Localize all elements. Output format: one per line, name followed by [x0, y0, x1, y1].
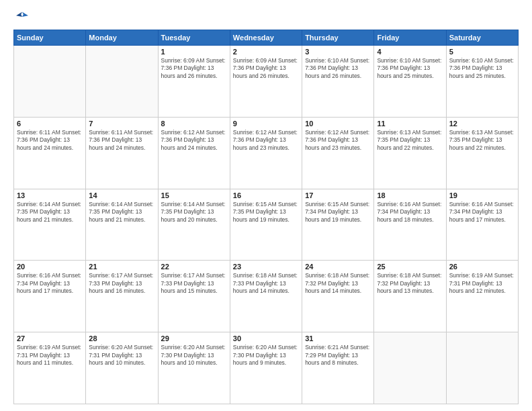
- calendar-cell: 30Sunrise: 6:20 AM Sunset: 7:30 PM Dayli…: [230, 332, 302, 404]
- day-info: Sunrise: 6:14 AM Sunset: 7:35 PM Dayligh…: [17, 201, 83, 224]
- day-info: Sunrise: 6:17 AM Sunset: 7:33 PM Dayligh…: [89, 272, 154, 295]
- calendar-cell: 4Sunrise: 6:10 AM Sunset: 7:36 PM Daylig…: [374, 46, 446, 118]
- calendar-cell: 17Sunrise: 6:15 AM Sunset: 7:34 PM Dayli…: [302, 189, 374, 261]
- day-number: 11: [377, 120, 443, 128]
- svg-marker-1: [16, 12, 22, 17]
- day-number: 1: [161, 48, 227, 56]
- header: [13, 11, 519, 23]
- day-number: 25: [377, 263, 443, 271]
- day-info: Sunrise: 6:16 AM Sunset: 7:34 PM Dayligh…: [449, 201, 515, 224]
- svg-marker-0: [22, 12, 28, 17]
- calendar-cell: 28Sunrise: 6:20 AM Sunset: 7:31 PM Dayli…: [86, 332, 158, 404]
- day-info: Sunrise: 6:13 AM Sunset: 7:35 PM Dayligh…: [377, 129, 443, 152]
- weekday-header-wednesday: Wednesday: [230, 30, 302, 46]
- day-info: Sunrise: 6:14 AM Sunset: 7:35 PM Dayligh…: [89, 201, 154, 224]
- calendar-week-row: 27Sunrise: 6:19 AM Sunset: 7:31 PM Dayli…: [14, 332, 519, 404]
- day-info: Sunrise: 6:13 AM Sunset: 7:35 PM Dayligh…: [449, 129, 515, 152]
- calendar-cell: 8Sunrise: 6:12 AM Sunset: 7:36 PM Daylig…: [158, 117, 230, 189]
- day-number: 6: [17, 120, 83, 128]
- logo: [13, 11, 28, 23]
- day-number: 9: [233, 120, 299, 128]
- day-info: Sunrise: 6:11 AM Sunset: 7:36 PM Dayligh…: [89, 129, 154, 152]
- day-number: 14: [89, 191, 154, 199]
- calendar-week-row: 13Sunrise: 6:14 AM Sunset: 7:35 PM Dayli…: [14, 189, 519, 261]
- calendar-cell: 27Sunrise: 6:19 AM Sunset: 7:31 PM Dayli…: [14, 332, 86, 404]
- calendar-cell: 9Sunrise: 6:12 AM Sunset: 7:36 PM Daylig…: [230, 117, 302, 189]
- weekday-header-sunday: Sunday: [14, 30, 86, 46]
- calendar-week-row: 6Sunrise: 6:11 AM Sunset: 7:36 PM Daylig…: [14, 117, 519, 189]
- day-info: Sunrise: 6:18 AM Sunset: 7:32 PM Dayligh…: [305, 272, 371, 295]
- weekday-header-tuesday: Tuesday: [158, 30, 230, 46]
- weekday-header-row: SundayMondayTuesdayWednesdayThursdayFrid…: [14, 30, 519, 46]
- day-number: 16: [233, 191, 299, 199]
- day-number: 18: [377, 191, 443, 199]
- day-number: 28: [89, 334, 154, 342]
- day-info: Sunrise: 6:20 AM Sunset: 7:30 PM Dayligh…: [161, 344, 227, 367]
- day-info: Sunrise: 6:17 AM Sunset: 7:33 PM Dayligh…: [161, 272, 227, 295]
- day-number: 2: [233, 48, 299, 56]
- day-info: Sunrise: 6:12 AM Sunset: 7:36 PM Dayligh…: [305, 129, 371, 152]
- day-info: Sunrise: 6:16 AM Sunset: 7:34 PM Dayligh…: [377, 201, 443, 224]
- calendar-cell: 29Sunrise: 6:20 AM Sunset: 7:30 PM Dayli…: [158, 332, 230, 404]
- day-info: Sunrise: 6:15 AM Sunset: 7:34 PM Dayligh…: [305, 201, 371, 224]
- day-number: 31: [305, 334, 371, 342]
- weekday-header-thursday: Thursday: [302, 30, 374, 46]
- day-info: Sunrise: 6:10 AM Sunset: 7:36 PM Dayligh…: [377, 57, 443, 80]
- day-info: Sunrise: 6:09 AM Sunset: 7:36 PM Dayligh…: [233, 57, 299, 80]
- day-number: 19: [449, 191, 515, 199]
- day-info: Sunrise: 6:20 AM Sunset: 7:30 PM Dayligh…: [233, 344, 299, 367]
- day-number: 15: [161, 191, 227, 199]
- day-number: 12: [449, 120, 515, 128]
- day-info: Sunrise: 6:20 AM Sunset: 7:31 PM Dayligh…: [89, 344, 154, 367]
- day-number: 10: [305, 120, 371, 128]
- calendar-cell: 5Sunrise: 6:10 AM Sunset: 7:36 PM Daylig…: [446, 46, 518, 118]
- calendar-cell: 1Sunrise: 6:09 AM Sunset: 7:36 PM Daylig…: [158, 46, 230, 118]
- day-number: 20: [17, 263, 83, 271]
- calendar-cell: 23Sunrise: 6:18 AM Sunset: 7:33 PM Dayli…: [230, 261, 302, 332]
- calendar-cell: 2Sunrise: 6:09 AM Sunset: 7:36 PM Daylig…: [230, 46, 302, 118]
- calendar-body: 1Sunrise: 6:09 AM Sunset: 7:36 PM Daylig…: [14, 46, 519, 404]
- calendar-cell: 19Sunrise: 6:16 AM Sunset: 7:34 PM Dayli…: [446, 189, 518, 261]
- day-number: 21: [89, 263, 154, 271]
- calendar-week-row: 20Sunrise: 6:16 AM Sunset: 7:34 PM Dayli…: [14, 261, 519, 332]
- day-info: Sunrise: 6:19 AM Sunset: 7:31 PM Dayligh…: [17, 344, 83, 367]
- day-info: Sunrise: 6:15 AM Sunset: 7:35 PM Dayligh…: [233, 201, 299, 224]
- day-number: 7: [89, 120, 154, 128]
- calendar-cell: 21Sunrise: 6:17 AM Sunset: 7:33 PM Dayli…: [86, 261, 158, 332]
- day-number: 22: [161, 263, 227, 271]
- day-number: 26: [449, 263, 515, 271]
- day-number: 24: [305, 263, 371, 271]
- day-info: Sunrise: 6:11 AM Sunset: 7:36 PM Dayligh…: [17, 129, 83, 152]
- day-info: Sunrise: 6:12 AM Sunset: 7:36 PM Dayligh…: [161, 129, 227, 152]
- calendar-cell: [374, 332, 446, 404]
- weekday-header-saturday: Saturday: [446, 30, 518, 46]
- day-number: 4: [377, 48, 443, 56]
- day-info: Sunrise: 6:10 AM Sunset: 7:36 PM Dayligh…: [305, 57, 371, 80]
- calendar-cell: [86, 46, 158, 118]
- day-info: Sunrise: 6:19 AM Sunset: 7:31 PM Dayligh…: [449, 272, 515, 295]
- weekday-header-friday: Friday: [374, 30, 446, 46]
- calendar-cell: 25Sunrise: 6:18 AM Sunset: 7:32 PM Dayli…: [374, 261, 446, 332]
- calendar-cell: 14Sunrise: 6:14 AM Sunset: 7:35 PM Dayli…: [86, 189, 158, 261]
- calendar-cell: 6Sunrise: 6:11 AM Sunset: 7:36 PM Daylig…: [14, 117, 86, 189]
- day-number: 29: [161, 334, 227, 342]
- calendar-cell: [446, 332, 518, 404]
- day-info: Sunrise: 6:09 AM Sunset: 7:36 PM Dayligh…: [161, 57, 227, 80]
- calendar-cell: 26Sunrise: 6:19 AM Sunset: 7:31 PM Dayli…: [446, 261, 518, 332]
- calendar-cell: [14, 46, 86, 118]
- calendar-week-row: 1Sunrise: 6:09 AM Sunset: 7:36 PM Daylig…: [14, 46, 519, 118]
- day-info: Sunrise: 6:10 AM Sunset: 7:36 PM Dayligh…: [449, 57, 515, 80]
- calendar-cell: 15Sunrise: 6:14 AM Sunset: 7:35 PM Dayli…: [158, 189, 230, 261]
- calendar-table: SundayMondayTuesdayWednesdayThursdayFrid…: [13, 30, 519, 404]
- day-number: 17: [305, 191, 371, 199]
- day-info: Sunrise: 6:14 AM Sunset: 7:35 PM Dayligh…: [161, 201, 227, 224]
- day-info: Sunrise: 6:12 AM Sunset: 7:36 PM Dayligh…: [233, 129, 299, 152]
- calendar-cell: 24Sunrise: 6:18 AM Sunset: 7:32 PM Dayli…: [302, 261, 374, 332]
- calendar-cell: 16Sunrise: 6:15 AM Sunset: 7:35 PM Dayli…: [230, 189, 302, 261]
- day-number: 30: [233, 334, 299, 342]
- weekday-header-monday: Monday: [86, 30, 158, 46]
- day-number: 3: [305, 48, 371, 56]
- day-info: Sunrise: 6:21 AM Sunset: 7:29 PM Dayligh…: [305, 344, 371, 367]
- calendar-cell: 12Sunrise: 6:13 AM Sunset: 7:35 PM Dayli…: [446, 117, 518, 189]
- day-number: 8: [161, 120, 227, 128]
